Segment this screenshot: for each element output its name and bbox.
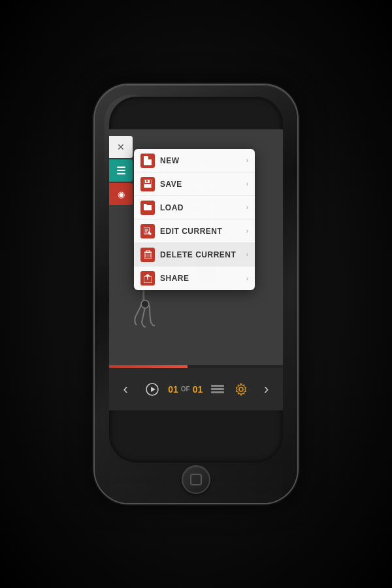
close-icon: ✕ [117,142,125,152]
phone-reflection [109,451,283,503]
edit-icon [140,224,155,238]
next-icon: › [264,381,269,398]
save-icon [140,177,155,191]
svg-rect-18 [146,180,148,182]
menu-item-new[interactable]: NEW › [134,149,255,172]
share-icon [140,271,155,286]
layers-icon: ☰ [116,165,125,177]
frame-current: 01 [168,384,178,395]
bottom-toolbar: ‹ 01 OF 01 [109,368,283,410]
phone-screen: ✕ ☰ ◉ NEW [109,97,283,463]
chevron-share-icon: › [246,275,248,282]
menu-label-load: LOAD [160,203,246,212]
menu-item-delete[interactable]: DELETE CURRENT › [134,243,255,267]
layers-button[interactable] [208,380,227,399]
svg-marker-32 [151,387,155,392]
frame-separator: OF [181,385,190,393]
back-button[interactable]: ‹ [115,379,136,400]
frame-total: 01 [193,384,203,395]
film-icon: ◉ [118,189,125,199]
progress-bar-area [109,365,283,368]
dropdown-menu: NEW › SAVE › [134,149,255,290]
play-button[interactable] [142,379,163,400]
menu-item-save[interactable]: SAVE › [134,172,255,196]
layer-line-1 [211,385,224,387]
frame-counter: 01 OF 01 [168,384,203,395]
menu-label-delete: DELETE CURRENT [160,250,246,259]
play-icon [146,383,159,396]
chevron-save-icon: › [246,180,248,188]
menu-item-share[interactable]: SHARE › [134,267,255,290]
layer-line-2 [211,388,224,390]
load-icon [140,201,155,215]
chevron-load-icon: › [246,204,248,211]
film-sidebar-button[interactable]: ◉ [109,183,133,205]
chevron-new-icon: › [246,157,248,164]
menu-item-load[interactable]: LOAD › [134,196,255,220]
menu-label-edit: EDIT CURRENT [160,227,246,236]
svg-rect-17 [144,184,151,188]
new-icon [140,154,155,168]
menu-label-new: NEW [160,156,246,165]
screen-area: ✕ ☰ ◉ NEW [109,129,283,410]
back-icon: ‹ [123,381,128,398]
menu-label-save: SAVE [160,180,246,189]
svg-rect-25 [146,250,150,252]
chevron-edit-icon: › [246,227,248,235]
settings-button[interactable] [232,380,250,399]
gear-icon [235,383,248,396]
sidebar: ✕ ☰ ◉ [109,136,133,206]
phone-frame: ✕ ☰ ◉ NEW [95,85,297,503]
delete-icon [140,248,155,262]
close-sidebar-button[interactable]: ✕ [109,136,133,158]
menu-label-share: SHARE [160,274,246,283]
progress-fill [109,365,188,368]
chevron-delete-icon: › [246,251,248,258]
next-button[interactable]: › [256,379,277,400]
layers-sidebar-button[interactable]: ☰ [109,159,133,182]
layer-line-3 [211,391,224,393]
menu-item-edit[interactable]: EDIT CURRENT › [134,220,255,243]
svg-point-11 [141,301,149,308]
svg-point-33 [239,387,243,391]
